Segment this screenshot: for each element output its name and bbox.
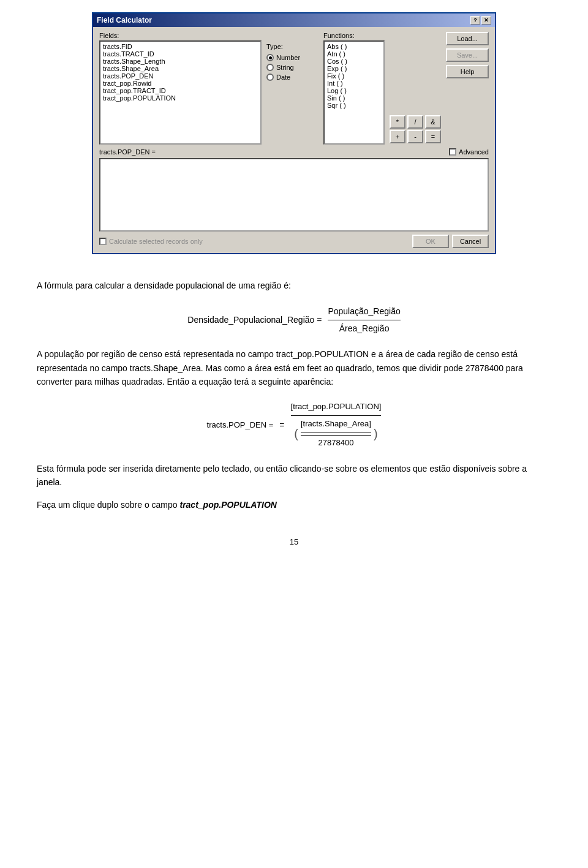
list-item[interactable]: tracts.POP_DEN bbox=[102, 72, 259, 80]
radio-string-label: String bbox=[276, 64, 294, 71]
op-divide[interactable]: / bbox=[407, 115, 423, 129]
radio-date[interactable]: Date bbox=[266, 74, 318, 81]
op-minus[interactable]: - bbox=[407, 130, 423, 143]
op-equals[interactable]: = bbox=[425, 130, 441, 143]
func-item[interactable]: Int ( ) bbox=[326, 80, 382, 87]
func-item[interactable]: Cos ( ) bbox=[326, 58, 382, 65]
op-row-1: * / & bbox=[390, 115, 441, 129]
expression-textarea[interactable] bbox=[99, 158, 489, 232]
functions-panel: Functions: Abs ( ) Atn ( ) Cos ( ) Exp (… bbox=[323, 32, 385, 145]
bottom-buttons: OK Cancel bbox=[412, 235, 489, 248]
denom-line bbox=[301, 435, 371, 436]
formula2-denom-den: 27878400 bbox=[318, 437, 354, 450]
formula2-lhs: tracts.POP_DEN = bbox=[207, 419, 274, 432]
document-content: A fórmula para calcular a densidade popu… bbox=[24, 279, 564, 549]
func-item[interactable]: Abs ( ) bbox=[326, 43, 382, 50]
para1: A população por região de censo está rep… bbox=[37, 347, 551, 388]
type-panel: Type: Number String Date bbox=[266, 32, 318, 145]
advanced-checkbox-row[interactable]: Advanced bbox=[449, 148, 489, 156]
func-item[interactable]: Fix ( ) bbox=[326, 72, 382, 80]
list-item[interactable]: tracts.Shape_Area bbox=[102, 65, 259, 72]
formula2-denom-num: [tracts.Shape_Area] bbox=[301, 418, 371, 432]
field-calculator-dialog: Field Calculator ? ✕ Fields: tracts.FID … bbox=[92, 12, 496, 254]
func-item[interactable]: Atn ( ) bbox=[326, 50, 382, 58]
list-item[interactable]: tract_pop.TRACT_ID bbox=[102, 87, 259, 94]
right-buttons-panel: Load... Save... Help bbox=[446, 32, 489, 145]
func-item[interactable]: Log ( ) bbox=[326, 87, 382, 94]
operators-panel: * / & + - = bbox=[390, 32, 441, 145]
para3-bold: tract_pop.POPULATION bbox=[179, 500, 276, 510]
formula-fraction: População_Região Área_Região bbox=[328, 304, 400, 335]
fields-listbox[interactable]: tracts.FID tracts.TRACT_ID tracts.Shape_… bbox=[99, 40, 262, 145]
calc-selected-checkbox[interactable] bbox=[99, 238, 107, 245]
cancel-button[interactable]: Cancel bbox=[452, 235, 489, 248]
intro-paragraph: A fórmula para calcular a densidade popu… bbox=[37, 279, 551, 292]
calc-selected-label: Calculate selected records only bbox=[109, 238, 203, 245]
close-titlebar-button[interactable]: ✕ bbox=[481, 16, 491, 25]
op-ampersand[interactable]: & bbox=[425, 115, 441, 129]
func-item[interactable]: Exp ( ) bbox=[326, 65, 382, 72]
dialog-body: Fields: tracts.FID tracts.TRACT_ID tract… bbox=[93, 27, 495, 253]
help-titlebar-button[interactable]: ? bbox=[470, 16, 480, 25]
radio-string[interactable]: String bbox=[266, 64, 318, 71]
calc-selected-row[interactable]: Calculate selected records only bbox=[99, 238, 203, 245]
expression-top-row: tracts.POP_DEN = Advanced bbox=[99, 148, 489, 156]
dialog-wrapper: Field Calculator ? ✕ Fields: tracts.FID … bbox=[24, 12, 564, 254]
functions-label: Functions: bbox=[323, 32, 385, 39]
list-item[interactable]: tracts.Shape_Length bbox=[102, 58, 259, 65]
func-item[interactable]: Sin ( ) bbox=[326, 94, 382, 102]
expression-area bbox=[99, 158, 489, 232]
list-item[interactable]: tracts.TRACT_ID bbox=[102, 50, 259, 58]
ok-button[interactable]: OK bbox=[412, 235, 449, 248]
top-row: Fields: tracts.FID tracts.TRACT_ID tract… bbox=[99, 32, 489, 145]
op-row-2: + - = bbox=[390, 130, 441, 143]
page-number: 15 bbox=[37, 536, 551, 549]
help-button[interactable]: Help bbox=[446, 65, 489, 78]
formula2-numerator: [tract_pop.POPULATION] bbox=[291, 401, 382, 413]
fraction-denominator: Área_Região bbox=[339, 322, 390, 335]
bottom-row: Calculate selected records only OK Cance… bbox=[99, 235, 489, 248]
formula-block-1: Densidade_Populacional_Região = Populaçã… bbox=[37, 304, 551, 335]
radio-date-label: Date bbox=[276, 74, 290, 81]
radio-number[interactable]: Number bbox=[266, 54, 318, 61]
fraction-numerator: População_Região bbox=[328, 304, 400, 320]
list-item[interactable]: tracts.FID bbox=[102, 43, 259, 50]
dialog-title: Field Calculator bbox=[97, 16, 152, 25]
radio-string-circle[interactable] bbox=[266, 64, 274, 71]
expression-label: tracts.POP_DEN = bbox=[99, 148, 156, 156]
type-label: Type: bbox=[266, 43, 318, 50]
dialog-titlebar: Field Calculator ? ✕ bbox=[93, 13, 495, 27]
list-item[interactable]: tract_pop.POPULATION bbox=[102, 94, 259, 102]
para3-prefix: Faça um clique duplo sobre o campo bbox=[37, 500, 179, 510]
save-button[interactable]: Save... bbox=[446, 48, 489, 62]
list-item[interactable]: tract_pop.Rowid bbox=[102, 80, 259, 87]
radio-date-circle[interactable] bbox=[266, 74, 274, 81]
formula-lhs: Densidade_Populacional_Região = bbox=[187, 313, 322, 326]
advanced-checkbox[interactable] bbox=[449, 148, 456, 156]
func-item[interactable]: Sqr ( ) bbox=[326, 102, 382, 109]
fraction-line bbox=[291, 415, 382, 416]
advanced-label: Advanced bbox=[459, 148, 489, 156]
op-multiply[interactable]: * bbox=[390, 115, 405, 129]
para2: Esta fórmula pode ser inserida diretamen… bbox=[37, 462, 551, 489]
para3: Faça um clique duplo sobre o campo tract… bbox=[37, 498, 551, 511]
formula2-rhs: [tract_pop.POPULATION] ( [tracts.Shape_A… bbox=[291, 401, 382, 449]
fields-panel: Fields: tracts.FID tracts.TRACT_ID tract… bbox=[99, 32, 262, 145]
load-button[interactable]: Load... bbox=[446, 32, 489, 45]
op-plus[interactable]: + bbox=[390, 130, 405, 143]
equals-sign: = bbox=[279, 418, 284, 432]
radio-number-circle[interactable] bbox=[266, 54, 274, 61]
functions-listbox[interactable]: Abs ( ) Atn ( ) Cos ( ) Exp ( ) Fix ( ) … bbox=[323, 40, 385, 145]
fields-label: Fields: bbox=[99, 32, 262, 39]
radio-number-label: Number bbox=[276, 54, 300, 61]
titlebar-buttons: ? ✕ bbox=[470, 16, 491, 25]
formula-block-2: tracts.POP_DEN = = [tract_pop.POPULATION… bbox=[37, 401, 551, 449]
formula-main-1: Densidade_Populacional_Região = Populaçã… bbox=[37, 304, 551, 335]
formula2-denom-fraction: [tracts.Shape_Area] 27878400 bbox=[301, 418, 371, 450]
